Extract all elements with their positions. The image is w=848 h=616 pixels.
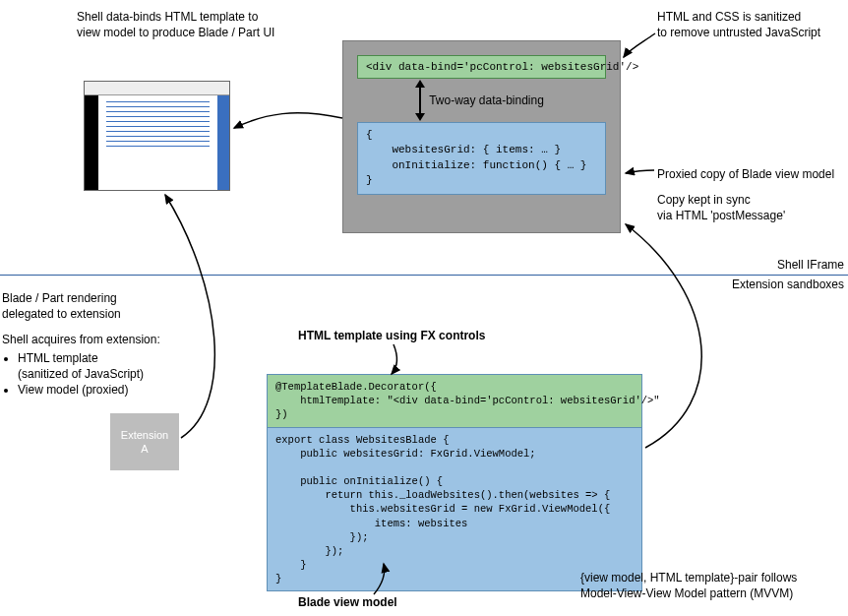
extension-a-box: Extension A <box>110 413 179 470</box>
code-class: export class WebsitesBlade { public webs… <box>268 428 641 591</box>
mini-ui-preview <box>84 81 230 191</box>
bullet-html-template: HTML template (sanitized of JavaScript) <box>18 350 218 382</box>
caption-proxied: Proxied copy of Blade view model <box>657 167 848 183</box>
label-extension-sandboxes: Extension sandboxes <box>732 277 844 293</box>
label-blade-view-model: Blade view model <box>298 595 397 611</box>
code-block-blade: @TemplateBlade.Decorator({ htmlTemplate:… <box>267 374 642 591</box>
caption-mvvm: {view model, HTML template}-pair follows… <box>580 571 848 601</box>
caption-sync: Copy kept in sync via HTML 'postMessage' <box>657 193 848 223</box>
two-way-label: Two-way data-binding <box>429 93 544 107</box>
caption-delegated: Blade / Part rendering delegated to exte… <box>2 291 199 322</box>
caption-acquires: Shell acquires from extension: HTML temp… <box>2 333 218 398</box>
divider-line <box>0 275 848 276</box>
code-decorator: @TemplateBlade.Decorator({ htmlTemplate:… <box>268 375 641 428</box>
view-model-snippet: { websitesGrid: { items: … } onInitializ… <box>357 122 606 195</box>
caption-sanitize: HTML and CSS is sanitized to remove untr… <box>657 10 844 40</box>
label-shell-iframe: Shell IFrame <box>777 258 844 274</box>
heading-fx-template: HTML template using FX controls <box>298 329 544 344</box>
html-template-snippet: <div data-bind='pcControl: websitesGrid'… <box>357 55 606 79</box>
shell-iframe-frame: <div data-bind='pcControl: websitesGrid'… <box>342 40 621 233</box>
caption-shell-binds: Shell data-binds HTML template to view m… <box>77 10 323 40</box>
caption-acquires-intro: Shell acquires from extension: <box>2 333 218 348</box>
bullet-view-model: View model (proxied) <box>18 382 218 398</box>
two-way-arrow-icon <box>419 86 421 115</box>
